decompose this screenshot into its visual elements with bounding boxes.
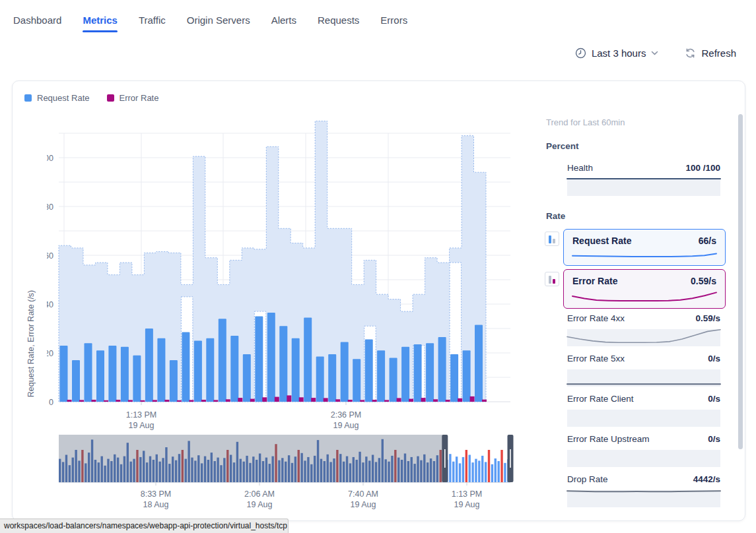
sparkline <box>572 289 716 303</box>
trend-item-error-rate-client[interactable]: Error Rate Client0/s <box>567 394 720 427</box>
trend-panel: Trend for Last 60min PercentRateHealth10… <box>535 81 740 520</box>
tab-traffic[interactable]: Traffic <box>139 15 166 30</box>
trend-label: Drop Rate <box>567 474 608 484</box>
svg-text:2:06 AM: 2:06 AM <box>244 489 275 499</box>
icon-bar-short <box>553 279 555 284</box>
tab-origin-servers[interactable]: Origin Servers <box>187 15 250 30</box>
sparkline <box>567 369 720 387</box>
trend-value: 100 /100 <box>685 163 720 173</box>
svg-text:8:33 PM: 8:33 PM <box>141 489 172 499</box>
legend-item-request-rate[interactable]: Request Rate <box>24 93 90 103</box>
legend-swatch <box>107 94 114 102</box>
series-bar-chart-icon-request-rate[interactable] <box>545 232 559 246</box>
svg-text:19 Aug: 19 Aug <box>454 500 480 509</box>
legend-swatch <box>24 94 32 102</box>
trend-value: 0/s <box>708 394 720 404</box>
svg-text:1:13 PM: 1:13 PM <box>126 410 157 420</box>
trend-value: 66/s <box>699 235 716 246</box>
timeline-navigator-chart[interactable]: 8:33 PM18 Aug2:06 AM19 Aug7:40 AM19 Aug1… <box>47 433 535 514</box>
trend-item-health[interactable]: Health100 /100 <box>567 163 720 196</box>
sparkline <box>567 490 720 507</box>
sparkline <box>567 179 720 196</box>
legend-label: Request Rate <box>37 93 90 103</box>
trend-label: Request Rate <box>572 235 631 246</box>
metrics-page: { "nav": { "tabs": [ {"label": "Dashboar… <box>0 0 756 533</box>
time-range-label: Last 3 hours <box>592 47 646 59</box>
trend-item-drop-rate[interactable]: Drop Rate4442/s <box>567 474 720 507</box>
sparkline <box>567 329 720 346</box>
sparkline <box>567 410 720 427</box>
tab-errors[interactable]: Errors <box>380 15 407 30</box>
tab-bar: DashboardMetricsTrafficOrigin ServersAle… <box>13 15 407 30</box>
svg-text:18 Aug: 18 Aug <box>143 500 169 509</box>
trend-item-error-rate-5xx[interactable]: Error Rate 5xx0/s <box>567 354 720 387</box>
y-axis-title: Request Rate, Error Rate (/s) <box>26 290 36 398</box>
svg-text:40: 40 <box>47 300 53 309</box>
trend-label: Error Rate <box>572 276 617 286</box>
svg-text:1:13 PM: 1:13 PM <box>452 489 483 499</box>
svg-text:0: 0 <box>49 398 53 407</box>
svg-text:7:40 AM: 7:40 AM <box>348 489 378 499</box>
trend-section-rate: Rate <box>546 211 565 221</box>
trend-item-error-rate-4xx[interactable]: Error Rate 4xx0.59/s <box>567 313 720 346</box>
trend-section-percent: Percent <box>546 141 579 151</box>
svg-text:20: 20 <box>47 349 53 358</box>
tab-requests[interactable]: Requests <box>318 15 359 30</box>
trend-item-error-rate-upstream[interactable]: Error Rate Upstream0/s <box>567 434 720 467</box>
trend-card-error-rate[interactable]: Error Rate0.59/s <box>563 269 726 309</box>
svg-text:19 Aug: 19 Aug <box>351 500 376 509</box>
panel-scrollbar-thumb[interactable] <box>738 114 743 449</box>
request-error-rate-chart[interactable]: 0204060801001:13 PM19 Aug2:36 PM19 Aug <box>47 117 535 432</box>
sparkline <box>567 450 720 467</box>
chart-legend: Request RateError Rate <box>24 93 158 103</box>
metrics-card: Request RateError Rate Request Rate, Err… <box>12 80 745 521</box>
trend-label: Error Rate Client <box>567 394 634 404</box>
svg-text:19 Aug: 19 Aug <box>333 421 359 430</box>
chart-controls: Last 3 hours Refresh <box>575 47 736 59</box>
trend-label: Error Rate Upstream <box>567 434 650 444</box>
trend-card-request-rate[interactable]: Request Rate66/s <box>563 229 726 266</box>
tab-dashboard[interactable]: Dashboard <box>13 15 61 30</box>
clock-icon <box>575 47 586 59</box>
link-status-bar: workspaces/load-balancers/namespaces/web… <box>0 518 289 533</box>
svg-text:19 Aug: 19 Aug <box>247 500 273 509</box>
trend-value: 0.59/s <box>695 313 720 323</box>
trend-value: 4442/s <box>693 474 720 484</box>
sparkline <box>572 249 716 263</box>
svg-text:19 Aug: 19 Aug <box>129 421 155 430</box>
trend-label: Error Rate 4xx <box>567 313 625 323</box>
refresh-label: Refresh <box>701 47 736 59</box>
icon-bar-tall <box>549 235 551 243</box>
legend-item-error-rate[interactable]: Error Rate <box>107 93 159 103</box>
tab-metrics[interactable]: Metrics <box>83 15 118 30</box>
series-bar-chart-icon-error-rate[interactable] <box>545 272 559 286</box>
svg-text:2:36 PM: 2:36 PM <box>331 410 362 420</box>
trend-value: 0/s <box>708 434 720 444</box>
time-range-selector[interactable]: Last 3 hours <box>575 47 659 59</box>
svg-text:80: 80 <box>47 203 53 212</box>
brush-handle-right[interactable] <box>508 435 514 482</box>
chevron-down-icon <box>651 51 658 55</box>
trend-value: 0.59/s <box>691 276 716 286</box>
trend-panel-title: Trend for Last 60min <box>546 117 625 127</box>
brush-handle-left[interactable] <box>442 435 448 482</box>
svg-text:60: 60 <box>47 251 53 261</box>
refresh-icon <box>685 47 696 59</box>
icon-bar-tall <box>549 276 551 284</box>
trend-label: Health <box>567 163 593 173</box>
trend-value: 0/s <box>708 354 720 363</box>
svg-text:100: 100 <box>47 154 53 163</box>
refresh-button[interactable]: Refresh <box>685 47 736 59</box>
legend-label: Error Rate <box>120 93 159 103</box>
icon-bar-short <box>553 239 555 243</box>
trend-label: Error Rate 5xx <box>567 354 625 363</box>
tab-alerts[interactable]: Alerts <box>271 15 296 30</box>
